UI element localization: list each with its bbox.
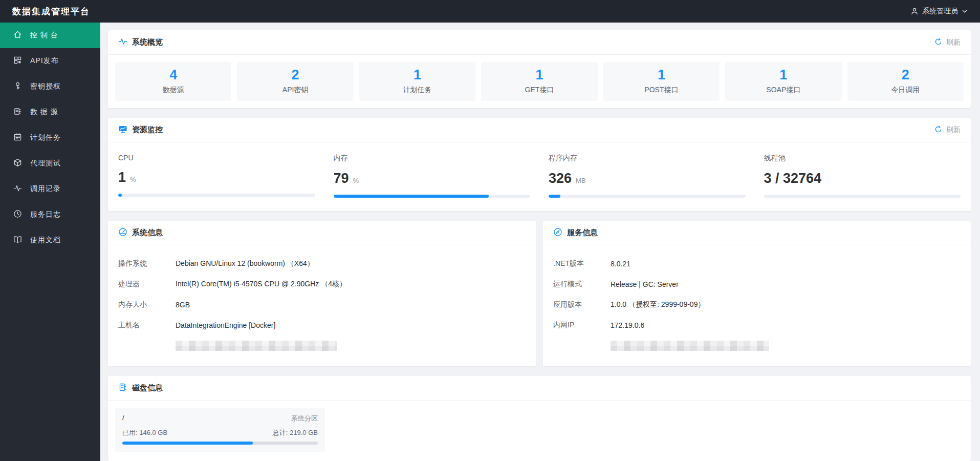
activity-icon bbox=[118, 37, 127, 48]
stat-get-apis: 1 GET接口 bbox=[481, 62, 597, 101]
info-row-run-mode: 运行模式 Release | GC: Server bbox=[553, 274, 961, 295]
resource-monitor-header: 资源监控 刷新 bbox=[108, 118, 971, 142]
stat-post-apis: 1 POST接口 bbox=[603, 62, 720, 101]
resources-refresh-button[interactable]: 刷新 bbox=[934, 125, 961, 135]
metric-app-memory: 程序内存 326 MB bbox=[549, 154, 746, 198]
info-row-redacted bbox=[553, 336, 961, 356]
card-title: 磁盘信息 bbox=[132, 383, 163, 393]
disk-total: 总计: 219.0 GB bbox=[273, 428, 318, 437]
sidebar-item-label: 调用记录 bbox=[30, 184, 61, 194]
info-row-dotnet: .NET版本 8.0.21 bbox=[553, 254, 961, 274]
database-icon bbox=[13, 107, 22, 117]
pulse-icon bbox=[13, 184, 22, 194]
metric-cpu: CPU 1 % bbox=[118, 154, 315, 198]
redacted-value bbox=[176, 341, 337, 351]
clock-icon bbox=[13, 209, 22, 220]
stats-row: 4 数据源 2 API密钥 1 计划任务 1 GET接口 1 POST接口 1 … bbox=[108, 55, 971, 108]
redacted-value bbox=[611, 341, 769, 351]
service-info-card: 服务信息 .NET版本 8.0.21 运行模式 Release | GC: Se… bbox=[543, 221, 971, 366]
topbar: 数据集成管理平台 系统管理员 bbox=[0, 0, 980, 23]
disk-icon bbox=[118, 383, 127, 394]
cpu-progress-bar bbox=[118, 194, 315, 197]
stat-datasources: 4 数据源 bbox=[115, 62, 231, 101]
user-menu[interactable]: 系统管理员 bbox=[910, 7, 968, 16]
card-title: 资源监控 bbox=[132, 125, 163, 135]
person-icon bbox=[910, 7, 919, 15]
monitor-chart-icon bbox=[118, 124, 127, 136]
info-row-app-version: 应用版本 1.0.0 （授权至: 2999-09-09） bbox=[553, 295, 961, 315]
app-title: 数据集成管理平台 bbox=[12, 6, 90, 17]
compass-icon bbox=[553, 227, 562, 239]
sidebar-item-label: 代理测试 bbox=[30, 159, 61, 168]
disk-used: 已用: 146.0 GB bbox=[122, 428, 167, 437]
chevron-down-icon bbox=[962, 8, 968, 14]
system-info-header: 系统信息 bbox=[108, 221, 536, 245]
disk-info-card: 磁盘信息 / 系统分区 已用: 146.0 GB 总计: 219.0 GB bbox=[108, 376, 971, 461]
refresh-icon bbox=[934, 125, 942, 135]
sidebar-item-label: 控 制 台 bbox=[30, 31, 58, 40]
gauge-icon bbox=[118, 227, 127, 239]
sidebar-item-key-auth[interactable]: 密钥授权 bbox=[0, 74, 100, 99]
sidebar: 控 制 台 API发布 密钥授权 数 据 源 计划任务 bbox=[0, 23, 100, 461]
info-row-os: 操作系统 Debian GNU/Linux 12 (bookworm) （X64… bbox=[118, 254, 526, 274]
info-row-redacted bbox=[118, 336, 526, 356]
system-overview-header: 系统概览 刷新 bbox=[108, 30, 971, 55]
info-row-cpu: 处理器 Intel(R) Core(TM) i5-4570S CPU @ 2.9… bbox=[118, 274, 526, 295]
sidebar-item-label: 密钥授权 bbox=[30, 82, 61, 91]
disk-partition-root: / 系统分区 已用: 146.0 GB 总计: 219.0 GB bbox=[115, 408, 325, 452]
overview-refresh-button[interactable]: 刷新 bbox=[934, 38, 961, 47]
stat-scheduled-tasks: 1 计划任务 bbox=[359, 62, 475, 101]
sidebar-item-console[interactable]: 控 制 台 bbox=[0, 23, 100, 48]
stat-today-calls: 2 今日调用 bbox=[847, 62, 964, 101]
sidebar-item-proxy-test[interactable]: 代理测试 bbox=[0, 151, 100, 176]
sidebar-item-api-publish[interactable]: API发布 bbox=[0, 48, 100, 74]
book-icon bbox=[13, 235, 22, 245]
info-cards-row: 系统信息 操作系统 Debian GNU/Linux 12 (bookworm)… bbox=[108, 221, 971, 366]
memory-progress-bar bbox=[334, 195, 531, 198]
sidebar-item-label: 使用文档 bbox=[30, 236, 61, 245]
thread-pool-progress-bar bbox=[764, 195, 961, 198]
user-name: 系统管理员 bbox=[922, 7, 958, 16]
cube-icon bbox=[13, 158, 22, 169]
stat-soap-apis: 1 SOAP接口 bbox=[725, 62, 841, 101]
main-content: 系统概览 刷新 4 数据源 2 API密钥 1 计划任务 bbox=[100, 23, 980, 461]
disk-partition-name: 系统分区 bbox=[291, 414, 318, 423]
sidebar-item-service-logs[interactable]: 服务日志 bbox=[0, 202, 100, 227]
key-icon bbox=[13, 81, 22, 92]
sidebar-item-docs[interactable]: 使用文档 bbox=[0, 227, 100, 253]
service-info-header: 服务信息 bbox=[543, 221, 971, 245]
sidebar-item-label: 服务日志 bbox=[30, 210, 61, 219]
metric-thread-pool: 线程池 3 / 32764 bbox=[764, 154, 961, 198]
sidebar-item-label: API发布 bbox=[30, 56, 59, 66]
app-memory-progress-bar bbox=[549, 195, 746, 198]
api-grid-icon bbox=[13, 56, 22, 66]
info-row-memory-size: 内存大小 8GB bbox=[118, 295, 526, 315]
card-title: 服务信息 bbox=[567, 228, 598, 238]
calendar-icon bbox=[13, 133, 22, 143]
info-row-hostname: 主机名 DataIntegrationEngine [Docker] bbox=[118, 315, 526, 336]
disk-mount-point: / bbox=[122, 414, 124, 423]
resource-monitor-card: 资源监控 刷新 CPU 1 % bbox=[108, 118, 971, 211]
refresh-icon bbox=[934, 38, 942, 47]
sidebar-item-call-records[interactable]: 调用记录 bbox=[0, 176, 100, 202]
sidebar-item-datasource[interactable]: 数 据 源 bbox=[0, 99, 100, 125]
stat-api-keys: 2 API密钥 bbox=[237, 62, 353, 101]
info-row-internal-ip: 内网IP 172.19.0.6 bbox=[553, 315, 961, 336]
system-overview-card: 系统概览 刷新 4 数据源 2 API密钥 1 计划任务 bbox=[108, 30, 971, 108]
disk-info-header: 磁盘信息 bbox=[108, 376, 971, 401]
metric-memory: 内存 79 % bbox=[334, 154, 531, 198]
system-info-card: 系统信息 操作系统 Debian GNU/Linux 12 (bookworm)… bbox=[108, 221, 536, 366]
sidebar-item-label: 计划任务 bbox=[30, 133, 61, 142]
disk-usage-bar bbox=[122, 442, 318, 445]
card-title: 系统概览 bbox=[132, 37, 163, 47]
sidebar-item-label: 数 据 源 bbox=[30, 108, 58, 117]
home-icon bbox=[13, 30, 22, 40]
metrics-row: CPU 1 % 内存 79 % 程序内存 bbox=[108, 142, 971, 211]
sidebar-item-scheduled-tasks[interactable]: 计划任务 bbox=[0, 125, 100, 151]
card-title: 系统信息 bbox=[132, 228, 163, 238]
